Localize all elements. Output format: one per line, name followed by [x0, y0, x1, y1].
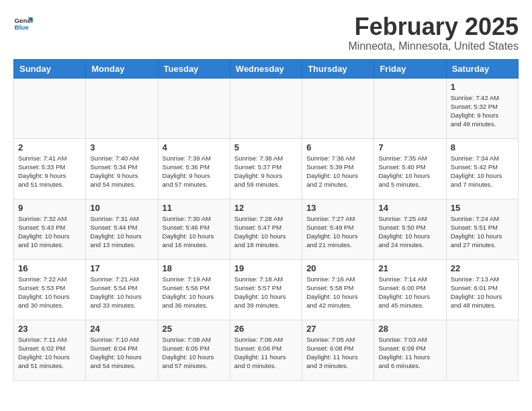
day-detail: Sunrise: 7:36 AM Sunset: 5:39 PM Dayligh… [306, 154, 369, 189]
weekday-header-wednesday: Wednesday [230, 59, 302, 78]
day-cell: 8Sunrise: 7:34 AM Sunset: 5:42 PM Daylig… [446, 138, 518, 199]
day-number: 11 [163, 203, 226, 213]
day-detail: Sunrise: 7:24 AM Sunset: 5:51 PM Dayligh… [451, 214, 514, 250]
day-cell: 9Sunrise: 7:32 AM Sunset: 5:43 PM Daylig… [14, 199, 86, 259]
day-detail: Sunrise: 7:10 AM Sunset: 6:04 PM Dayligh… [90, 335, 153, 371]
day-cell: 12Sunrise: 7:28 AM Sunset: 5:47 PM Dayli… [230, 199, 302, 259]
day-cell: 17Sunrise: 7:21 AM Sunset: 5:54 PM Dayli… [86, 259, 158, 320]
day-number: 20 [306, 263, 369, 273]
day-number: 9 [18, 203, 81, 213]
day-number: 17 [90, 263, 153, 273]
week-row-2: 2Sunrise: 7:41 AM Sunset: 5:33 PM Daylig… [14, 138, 519, 199]
day-number: 15 [451, 203, 514, 213]
day-cell: 2Sunrise: 7:41 AM Sunset: 5:33 PM Daylig… [14, 138, 86, 199]
day-cell: 25Sunrise: 7:08 AM Sunset: 6:05 PM Dayli… [158, 320, 230, 380]
day-detail: Sunrise: 7:16 AM Sunset: 5:58 PM Dayligh… [306, 275, 369, 310]
day-detail: Sunrise: 7:13 AM Sunset: 6:01 PM Dayligh… [451, 275, 514, 310]
day-cell [14, 78, 86, 138]
calendar-title: February 2025 [349, 13, 519, 40]
page-header: General Blue February 2025 Minneota, Min… [13, 13, 519, 52]
day-number: 22 [451, 263, 514, 273]
day-cell: 27Sunrise: 7:05 AM Sunset: 6:08 PM Dayli… [302, 320, 374, 380]
day-detail: Sunrise: 7:18 AM Sunset: 5:57 PM Dayligh… [234, 275, 298, 310]
day-cell [158, 78, 230, 138]
day-number: 13 [306, 203, 369, 213]
weekday-header-row: SundayMondayTuesdayWednesdayThursdayFrid… [14, 59, 519, 78]
day-detail: Sunrise: 7:05 AM Sunset: 6:08 PM Dayligh… [306, 335, 369, 371]
day-cell: 20Sunrise: 7:16 AM Sunset: 5:58 PM Dayli… [302, 259, 374, 320]
week-row-5: 23Sunrise: 7:11 AM Sunset: 6:02 PM Dayli… [14, 320, 519, 380]
day-number: 2 [18, 142, 81, 152]
day-detail: Sunrise: 7:41 AM Sunset: 5:33 PM Dayligh… [18, 154, 81, 189]
day-detail: Sunrise: 7:39 AM Sunset: 5:36 PM Dayligh… [163, 154, 226, 189]
day-number: 4 [163, 142, 226, 152]
day-detail: Sunrise: 7:25 AM Sunset: 5:50 PM Dayligh… [378, 214, 441, 250]
day-number: 8 [451, 142, 514, 152]
day-detail: Sunrise: 7:21 AM Sunset: 5:54 PM Dayligh… [90, 275, 153, 310]
day-cell: 5Sunrise: 7:38 AM Sunset: 5:37 PM Daylig… [230, 138, 302, 199]
logo-icon: General Blue [13, 13, 34, 34]
day-cell: 13Sunrise: 7:27 AM Sunset: 5:49 PM Dayli… [302, 199, 374, 259]
day-cell: 3Sunrise: 7:40 AM Sunset: 5:34 PM Daylig… [86, 138, 158, 199]
weekday-header-saturday: Saturday [446, 59, 518, 78]
day-number: 16 [18, 263, 81, 273]
day-detail: Sunrise: 7:03 AM Sunset: 6:09 PM Dayligh… [378, 335, 441, 371]
weekday-header-sunday: Sunday [14, 59, 86, 78]
day-cell: 15Sunrise: 7:24 AM Sunset: 5:51 PM Dayli… [446, 199, 518, 259]
day-number: 3 [90, 142, 153, 152]
day-number: 18 [163, 263, 226, 273]
day-number: 23 [18, 324, 81, 334]
day-number: 14 [378, 203, 441, 213]
day-detail: Sunrise: 7:42 AM Sunset: 5:32 PM Dayligh… [451, 93, 514, 129]
title-section: February 2025 Minneota, Minnesota, Unite… [349, 13, 519, 52]
day-cell: 18Sunrise: 7:19 AM Sunset: 5:56 PM Dayli… [158, 259, 230, 320]
week-row-1: 1Sunrise: 7:42 AM Sunset: 5:32 PM Daylig… [14, 78, 519, 138]
day-cell: 11Sunrise: 7:30 AM Sunset: 5:46 PM Dayli… [158, 199, 230, 259]
day-detail: Sunrise: 7:40 AM Sunset: 5:34 PM Dayligh… [90, 154, 153, 189]
day-cell: 14Sunrise: 7:25 AM Sunset: 5:50 PM Dayli… [374, 199, 446, 259]
day-detail: Sunrise: 7:30 AM Sunset: 5:46 PM Dayligh… [163, 214, 226, 250]
week-row-4: 16Sunrise: 7:22 AM Sunset: 5:53 PM Dayli… [14, 259, 519, 320]
day-number: 26 [234, 324, 298, 334]
day-number: 24 [90, 324, 153, 334]
day-cell: 24Sunrise: 7:10 AM Sunset: 6:04 PM Dayli… [86, 320, 158, 380]
day-cell: 7Sunrise: 7:35 AM Sunset: 5:40 PM Daylig… [374, 138, 446, 199]
day-detail: Sunrise: 7:14 AM Sunset: 6:00 PM Dayligh… [378, 275, 441, 310]
day-number: 12 [234, 203, 298, 213]
day-number: 27 [306, 324, 369, 334]
day-cell: 28Sunrise: 7:03 AM Sunset: 6:09 PM Dayli… [374, 320, 446, 380]
day-cell: 26Sunrise: 7:06 AM Sunset: 6:06 PM Dayli… [230, 320, 302, 380]
logo: General Blue [13, 13, 34, 34]
day-number: 1 [451, 82, 514, 92]
day-cell [86, 78, 158, 138]
day-cell [374, 78, 446, 138]
day-detail: Sunrise: 7:38 AM Sunset: 5:37 PM Dayligh… [234, 154, 298, 189]
day-detail: Sunrise: 7:28 AM Sunset: 5:47 PM Dayligh… [234, 214, 298, 250]
day-number: 21 [378, 263, 441, 273]
week-row-3: 9Sunrise: 7:32 AM Sunset: 5:43 PM Daylig… [14, 199, 519, 259]
calendar-table: SundayMondayTuesdayWednesdayThursdayFrid… [13, 59, 519, 381]
day-detail: Sunrise: 7:19 AM Sunset: 5:56 PM Dayligh… [163, 275, 226, 310]
day-cell: 21Sunrise: 7:14 AM Sunset: 6:00 PM Dayli… [374, 259, 446, 320]
day-number: 25 [163, 324, 226, 334]
day-cell: 4Sunrise: 7:39 AM Sunset: 5:36 PM Daylig… [158, 138, 230, 199]
day-detail: Sunrise: 7:22 AM Sunset: 5:53 PM Dayligh… [18, 275, 81, 310]
day-cell: 23Sunrise: 7:11 AM Sunset: 6:02 PM Dayli… [14, 320, 86, 380]
day-cell: 1Sunrise: 7:42 AM Sunset: 5:32 PM Daylig… [446, 78, 518, 138]
day-detail: Sunrise: 7:32 AM Sunset: 5:43 PM Dayligh… [18, 214, 81, 250]
weekday-header-tuesday: Tuesday [158, 59, 230, 78]
day-cell [446, 320, 518, 380]
day-cell: 19Sunrise: 7:18 AM Sunset: 5:57 PM Dayli… [230, 259, 302, 320]
day-detail: Sunrise: 7:27 AM Sunset: 5:49 PM Dayligh… [306, 214, 369, 250]
weekday-header-thursday: Thursday [302, 59, 374, 78]
day-cell [302, 78, 374, 138]
day-detail: Sunrise: 7:35 AM Sunset: 5:40 PM Dayligh… [378, 154, 441, 189]
weekday-header-friday: Friday [374, 59, 446, 78]
day-number: 6 [306, 142, 369, 152]
day-cell: 16Sunrise: 7:22 AM Sunset: 5:53 PM Dayli… [14, 259, 86, 320]
day-cell: 10Sunrise: 7:31 AM Sunset: 5:44 PM Dayli… [86, 199, 158, 259]
day-cell [230, 78, 302, 138]
day-cell: 6Sunrise: 7:36 AM Sunset: 5:39 PM Daylig… [302, 138, 374, 199]
day-number: 19 [234, 263, 298, 273]
day-detail: Sunrise: 7:08 AM Sunset: 6:05 PM Dayligh… [163, 335, 226, 371]
